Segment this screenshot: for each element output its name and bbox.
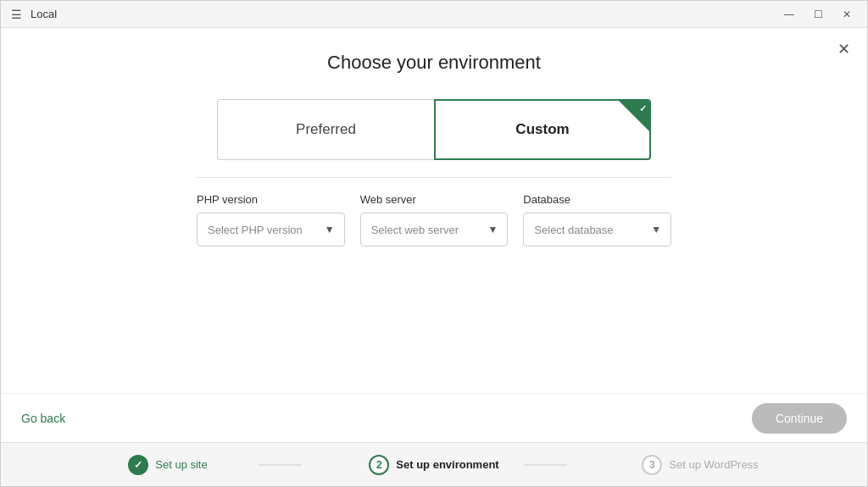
window-controls: — ☐ ✕	[776, 4, 860, 25]
step-1-label: Set up site	[155, 458, 207, 471]
section-divider	[197, 177, 671, 178]
app-window: ☰ Local — ☐ ✕ ✕ Choose your environment …	[0, 0, 868, 487]
app-title: Local	[31, 8, 57, 20]
custom-label: Custom	[515, 121, 569, 138]
step-3-circle: 3	[642, 455, 662, 475]
continue-button[interactable]: Continue	[752, 403, 847, 434]
step-2-label: Set up environment	[396, 458, 498, 471]
database-label: Database	[523, 193, 671, 206]
go-back-button[interactable]: Go back	[21, 412, 65, 425]
titlebar-left: ☰ Local	[11, 8, 57, 21]
web-server-label: Web server	[360, 193, 509, 206]
web-server-group: Web server Select web server nginxApache…	[360, 193, 509, 246]
titlebar: ☰ Local — ☐ ✕	[1, 1, 867, 28]
step-2: 2 Set up environment	[301, 455, 567, 475]
php-version-wrapper: Select PHP version 7.48.08.18.2 ▼	[197, 213, 345, 246]
window-close-button[interactable]: ✕	[833, 4, 860, 25]
web-server-select[interactable]: Select web server nginxApache	[360, 213, 509, 246]
dropdowns-section: PHP version Select PHP version 7.48.08.1…	[197, 193, 671, 246]
custom-option[interactable]: ✓ Custom	[434, 99, 651, 160]
preferred-option[interactable]: Preferred	[217, 99, 434, 160]
web-server-wrapper: Select web server nginxApache ▼	[360, 213, 509, 246]
environment-choice-area: Preferred ✓ Custom	[197, 99, 671, 160]
database-wrapper: Select database MySQL 8.0MySQL 5.7MariaD…	[523, 213, 671, 246]
php-version-select[interactable]: Select PHP version 7.48.08.18.2	[197, 213, 345, 246]
php-version-group: PHP version Select PHP version 7.48.08.1…	[197, 193, 345, 246]
step-1-circle: ✓	[128, 455, 148, 475]
maximize-button[interactable]: ☐	[804, 4, 832, 25]
dialog-title: Choose your environment	[1, 52, 867, 74]
preferred-label: Preferred	[296, 121, 356, 138]
steps-container: ✓ Set up site 2 Set up environment 3 Set…	[1, 455, 867, 475]
stepper-bar: ✓ Set up site 2 Set up environment 3 Set…	[1, 442, 867, 486]
step-2-circle: 2	[369, 455, 389, 475]
database-group: Database Select database MySQL 8.0MySQL …	[523, 193, 671, 246]
checkmark-icon: ✓	[639, 103, 647, 114]
minimize-button[interactable]: —	[776, 4, 803, 25]
selected-check-corner: ✓	[619, 101, 649, 131]
dialog-close-button[interactable]: ✕	[837, 40, 850, 58]
step-3-label: Set up WordPress	[669, 458, 758, 471]
footer: Go back Continue	[1, 393, 867, 442]
step-1: ✓ Set up site	[35, 455, 301, 475]
dialog-content: ✕ Choose your environment Preferred ✓ Cu…	[1, 28, 867, 393]
hamburger-icon[interactable]: ☰	[11, 8, 22, 21]
step-3: 3 Set up WordPress	[567, 455, 833, 475]
database-select[interactable]: Select database MySQL 8.0MySQL 5.7MariaD…	[523, 213, 671, 246]
php-version-label: PHP version	[197, 193, 345, 206]
